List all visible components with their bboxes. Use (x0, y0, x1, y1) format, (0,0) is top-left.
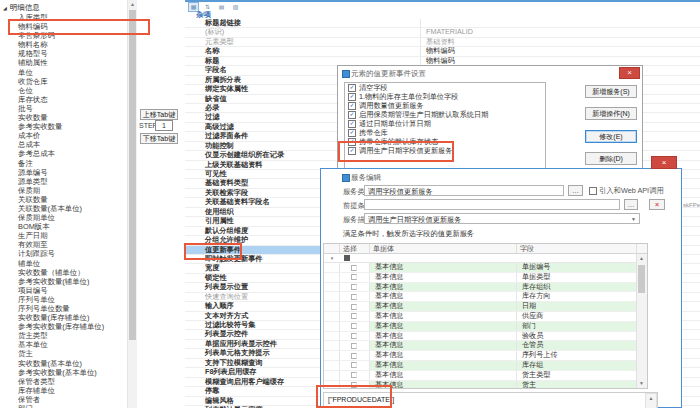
row-checkbox[interactable] (351, 284, 357, 290)
scrollbar-thumb[interactable] (129, 10, 136, 340)
table-scrollbar[interactable]: ▲ ▼ (636, 254, 647, 388)
step-input[interactable]: 1 (155, 120, 173, 131)
property-row[interactable]: (标识) FMATERIALID (185, 28, 700, 37)
property-value[interactable]: 物料编码 (420, 47, 700, 55)
tree-item[interactable]: 序列号单位 (18, 295, 134, 304)
property-row[interactable]: 标题超链接 (185, 19, 700, 28)
table-row[interactable]: 基本信息 库存组织 (324, 283, 647, 293)
table-row[interactable]: 基本信息 库存组 (324, 361, 647, 371)
formula-textarea[interactable]: ["FPRODUCEDATE"] (323, 392, 658, 408)
tree-item[interactable]: 部门 (18, 404, 134, 408)
property-value[interactable]: FMATERIALID (420, 28, 700, 36)
add-operation-button[interactable]: 新增操作(N) (585, 107, 637, 120)
tree-item[interactable]: 保管者类型 (18, 377, 134, 386)
property-value[interactable] (420, 19, 700, 27)
close-button[interactable]: × (651, 156, 677, 169)
checklist-item[interactable]: ✓ 1.物料的库存主单位到单位字段 (345, 92, 545, 101)
scrollbar-thumb[interactable] (638, 265, 645, 293)
tree-item[interactable]: 基本单位 (18, 340, 134, 349)
chevron-down-icon[interactable]: ▼ (631, 216, 636, 222)
table-filter-row[interactable]: ▾ (324, 254, 647, 263)
clear-button[interactable]: × (649, 199, 665, 210)
table-row[interactable]: 基本信息 库存方向 (324, 292, 647, 302)
browse-button[interactable]: … (568, 185, 583, 196)
tree-item[interactable]: 序列号单位数量 (18, 304, 134, 313)
checkbox-checked-icon[interactable]: ✓ (348, 120, 356, 128)
row-checkbox[interactable] (351, 382, 357, 388)
web-api-checkbox[interactable] (589, 187, 597, 195)
delete-button[interactable]: 删除(D) (585, 152, 637, 165)
service-type-input[interactable]: 调用字段值更新服务 (364, 185, 564, 196)
tree-item[interactable]: 项目编号 (18, 286, 134, 295)
row-checkbox[interactable] (351, 343, 357, 349)
tree-item[interactable]: 生产日期 (18, 231, 134, 240)
row-checkbox[interactable] (351, 362, 357, 368)
checklist-item[interactable]: ✓ 通过日期单位计算日期 (345, 119, 545, 128)
property-value[interactable]: 基础资料 (420, 38, 700, 46)
table-row[interactable]: 基本信息 单据编号 (324, 263, 647, 273)
service-desc-select[interactable]: 调用生产日期字段值更新服务 (364, 213, 640, 224)
row-checkbox[interactable] (351, 265, 357, 271)
row-checkbox[interactable] (351, 304, 357, 310)
precondition-input[interactable] (364, 199, 620, 210)
formula-scroll-up-icon[interactable]: ▲ (645, 393, 657, 408)
tree-item[interactable]: 关联数量 (18, 195, 134, 204)
tree-item[interactable]: 源单编号 (18, 168, 134, 177)
tree-item[interactable]: 参考实收数量(基本单位) (18, 368, 134, 377)
property-row[interactable]: 名称 物料编码 (185, 47, 700, 56)
tree-item[interactable]: 源单类型 (18, 177, 134, 186)
checkbox-checked-icon[interactable]: ✓ (348, 111, 356, 119)
row-checkbox[interactable] (351, 323, 357, 329)
row-checkbox[interactable] (351, 333, 357, 339)
table-row[interactable]: 基本信息 日期 (324, 302, 647, 312)
checkbox-checked-icon[interactable]: ✓ (348, 129, 356, 137)
move-up-tab-button[interactable]: 上移Tab键 (140, 109, 178, 120)
tree-item[interactable]: 实收数量(库存辅单位) (18, 313, 134, 322)
checklist-item[interactable]: ✓ 调用数量值更新服务 (345, 101, 545, 110)
checklist-item[interactable]: ✓ 启用保质期管理生产日期默认取系统日期 (345, 110, 545, 119)
tree-item[interactable]: 物料编码 (18, 22, 134, 31)
table-row[interactable]: 基本信息 单据类型 (324, 273, 647, 283)
prop-toolbar-icon[interactable]: ▤ (216, 2, 227, 12)
tree-item[interactable]: 辅助属性 (18, 58, 134, 67)
close-button[interactable]: × (619, 67, 640, 79)
tree-item[interactable]: 实收数量 (18, 113, 134, 122)
table-row[interactable]: 基本信息 部门 (324, 322, 647, 332)
tree-item[interactable]: 实收数量（辅单位） (18, 268, 134, 277)
table-row[interactable]: 基本信息 序列号上传 (324, 351, 647, 361)
tree-scrollbar[interactable]: ▲ (127, 0, 137, 408)
checkbox-checked-icon[interactable]: ✓ (348, 147, 356, 155)
row-checkbox[interactable] (351, 294, 357, 300)
table-row[interactable]: 基本信息 供应商 (324, 312, 647, 322)
checklist-item[interactable]: ✓ 调用生产日期字段值更新服务 (345, 146, 545, 155)
tree-item[interactable]: 参考实收数量 (18, 122, 134, 131)
scroll-up-icon[interactable]: ▲ (637, 254, 646, 263)
table-row[interactable]: 基本信息 仓管员 (324, 341, 647, 351)
modify-button[interactable]: 修改(E) (585, 130, 637, 143)
tree-item[interactable]: 批号 (18, 104, 134, 113)
tree-item[interactable]: 库存辅单位 (18, 386, 134, 395)
tree-item[interactable]: BOM版本 (18, 222, 134, 231)
scroll-up-icon[interactable]: ▲ (128, 0, 137, 9)
property-row[interactable]: 元素类型 基础资料 (185, 38, 700, 47)
tree-item[interactable]: 关联数量(基本单位) (18, 204, 134, 213)
tree-item[interactable]: 保质期 (18, 186, 134, 195)
checkbox-checked-icon[interactable]: ✓ (348, 93, 356, 101)
tree-item[interactable]: 参考实收数量(辅单位) (18, 277, 134, 286)
checklist-item[interactable]: ✓ 清空字段 (345, 83, 545, 92)
scroll-down-icon[interactable]: ▼ (637, 379, 646, 388)
tree-item[interactable]: 入库类型 (18, 13, 134, 22)
tree-item[interactable]: 货主类型 (18, 331, 134, 340)
tree-item[interactable]: 规格型号 (18, 49, 134, 58)
checkbox-checked-icon[interactable]: ✓ (348, 84, 356, 92)
tree-item[interactable]: 库存状态 (18, 95, 134, 104)
browse-button[interactable]: … (624, 199, 638, 210)
tree-item[interactable]: 单位 (18, 68, 134, 77)
tree-item[interactable]: 成本价 (18, 131, 134, 140)
add-service-button[interactable]: 新增服务(S) (585, 85, 637, 98)
checklist-item[interactable]: ✓ 携带仓库的默认库存状态 (345, 137, 545, 146)
tree-item[interactable]: 有效期至 (18, 240, 134, 249)
tree-item[interactable]: 实收数量(基本单位) (18, 359, 134, 368)
move-down-tab-button[interactable]: 下移Tab键 (140, 133, 178, 144)
tree-item[interactable]: 物料名称 (18, 40, 134, 49)
